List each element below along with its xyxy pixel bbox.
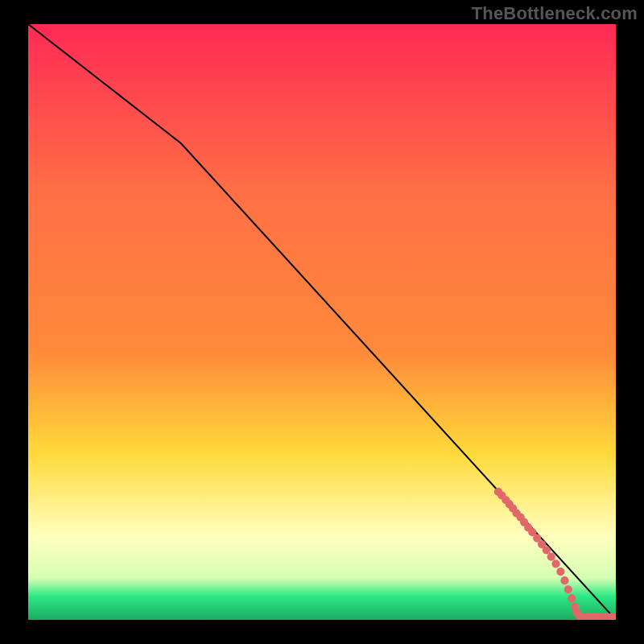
data-point — [568, 594, 576, 602]
data-point — [564, 585, 572, 593]
plot-area — [28, 24, 616, 620]
chart-frame: TheBottleneck.com — [0, 0, 644, 644]
chart-svg — [28, 24, 616, 620]
data-point — [560, 576, 568, 584]
data-point — [556, 568, 564, 576]
data-point — [547, 552, 555, 560]
data-point — [551, 559, 559, 568]
watermark-text: TheBottleneck.com — [472, 3, 638, 24]
